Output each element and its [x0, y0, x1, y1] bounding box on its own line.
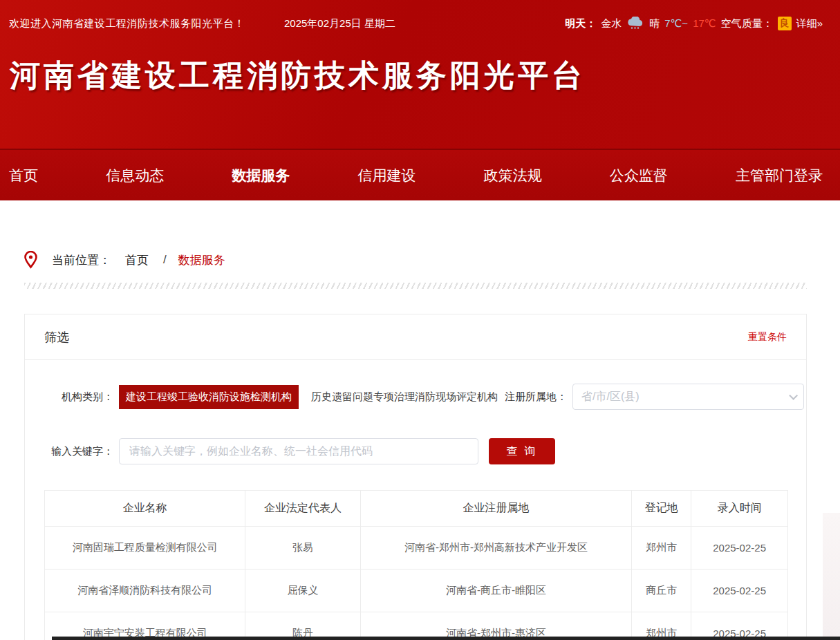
header-company-name: 企业名称 [45, 491, 245, 527]
keyword-filter-row: 输入关键字： 查 询 [44, 438, 787, 464]
weather-detail-link[interactable]: 详细» [796, 17, 823, 30]
location-pin-icon [24, 251, 37, 269]
category-filter-row: 机构类别： 建设工程竣工验收消防设施检测机构 历史遗留问题专项治理消防现场评定机… [44, 384, 787, 410]
region-label: 注册所属地： [505, 390, 567, 404]
cell-registry-city: 商丘市 [632, 570, 691, 612]
nav-item-data-service[interactable]: 数据服务 [232, 166, 290, 185]
filter-title: 筛选 [44, 329, 69, 346]
agency-table: 企业名称 企业法定代表人 企业注册属地 登记地 录入时间 河南固瑞工程质量检测有… [44, 490, 788, 640]
filter-panel: 筛选 重置条件 机构类别： 建设工程竣工验收消防设施检测机构 历史遗留问题专项治… [24, 314, 807, 640]
site-header: 欢迎进入河南省建设工程消防技术服务阳光平台！ 2025年02月25日 星期二 明… [0, 0, 840, 149]
breadcrumb-home-link[interactable]: 首页 [125, 252, 149, 268]
category-label: 机构类别： [44, 390, 113, 404]
right-edge-strip [823, 513, 840, 640]
air-quality-label: 空气质量： [721, 17, 773, 30]
air-quality-badge: 良 [778, 17, 792, 30]
slash-divider [24, 283, 807, 289]
nav-item-supervision[interactable]: 公众监督 [610, 166, 668, 185]
cell-registry-city: 郑州市 [632, 527, 691, 570]
cell-registered-location: 河南省-郑州市-郑州高新技术产业开发区 [360, 527, 631, 570]
cell-legal-rep: 陈丹 [245, 612, 361, 640]
cell-legal-rep: 屈保义 [245, 570, 361, 612]
cell-registered-location: 河南省-商丘市-睢阳区 [360, 570, 631, 612]
reset-filters-link[interactable]: 重置条件 [748, 331, 787, 343]
cell-entry-date: 2025-02-25 [691, 527, 788, 570]
weather-condition: 晴 [649, 17, 660, 30]
category-tab-inspection-agency[interactable]: 建设工程竣工验收消防设施检测机构 [119, 385, 299, 409]
main-content: 当前位置： 首页 / 数据服务 筛选 重置条件 机构类别： 建设工程竣工验收消防… [24, 200, 807, 640]
header-registry-city: 登记地 [632, 491, 691, 527]
cell-entry-date: 2025-02-25 [691, 612, 788, 640]
breadcrumb-label: 当前位置： [52, 252, 111, 268]
nav-item-news[interactable]: 信息动态 [106, 166, 164, 185]
filter-panel-header: 筛选 重置条件 [25, 314, 806, 360]
keyword-label: 输入关键字： [44, 445, 113, 458]
main-nav: 首页 信息动态 数据服务 信用建设 政策法规 公众监督 主管部门登录 [0, 149, 840, 200]
cell-registered-location: 河南省-郑州市-惠济区 [360, 612, 631, 640]
table-row[interactable]: 河南省泽顺消防科技有限公司 屈保义 河南省-商丘市-睢阳区 商丘市 2025-0… [45, 570, 788, 612]
keyword-input[interactable] [119, 438, 478, 464]
nav-item-home[interactable]: 首页 [9, 166, 38, 185]
welcome-text: 欢迎进入河南省建设工程消防技术服务阳光平台！ [9, 17, 245, 30]
temp-high: 17℃ [693, 17, 716, 30]
top-bar: 欢迎进入河南省建设工程消防技术服务阳光平台！ 2025年02月25日 星期二 明… [0, 0, 840, 30]
weather-district: 金水 [601, 17, 622, 30]
category-tab-legacy-assessment-agency[interactable]: 历史遗留问题专项治理消防现场评定机构 [304, 385, 505, 409]
search-button[interactable]: 查 询 [489, 438, 555, 464]
breadcrumb-current: 数据服务 [178, 252, 225, 268]
filter-panel-body: 机构类别： 建设工程竣工验收消防设施检测机构 历史遗留问题专项治理消防现场评定机… [25, 384, 806, 640]
cell-company-name: 河南宇宁安装工程有限公司 [45, 612, 245, 640]
chevron-down-icon [789, 391, 798, 400]
date-text: 2025年02月25日 星期二 [284, 17, 395, 30]
breadcrumb-separator: / [163, 253, 167, 267]
cell-company-name: 河南固瑞工程质量检测有限公司 [45, 527, 245, 570]
cell-company-name: 河南省泽顺消防科技有限公司 [45, 570, 245, 612]
site-title: 河南省建设工程消防技术服务阳光平台 [0, 30, 840, 96]
region-select-placeholder: 省/市/区(县) [581, 390, 640, 404]
temp-low: 7℃~ [664, 17, 688, 30]
cloud-weather-icon [626, 17, 644, 30]
table-row[interactable]: 河南宇宁安装工程有限公司 陈丹 河南省-郑州市-惠济区 郑州市 2025-02-… [45, 612, 788, 640]
nav-item-credit[interactable]: 信用建设 [357, 166, 416, 185]
nav-item-admin-login[interactable]: 主管部门登录 [736, 166, 823, 185]
weather-widget: 明天： 金水 晴 7℃~ 17℃ 空气质量： 良 详细» [565, 17, 823, 30]
header-entry-date: 录入时间 [691, 491, 788, 527]
header-registered-location: 企业注册属地 [360, 491, 631, 527]
bottom-footer-edge [52, 637, 840, 640]
cell-registry-city: 郑州市 [632, 612, 691, 640]
header-legal-rep: 企业法定代表人 [245, 491, 361, 527]
region-select[interactable]: 省/市/区(县) [572, 384, 804, 410]
cell-legal-rep: 张易 [245, 527, 361, 570]
cell-entry-date: 2025-02-25 [691, 570, 788, 612]
table-header-row: 企业名称 企业法定代表人 企业注册属地 登记地 录入时间 [45, 491, 788, 527]
weather-label: 明天： [565, 17, 596, 30]
nav-item-policy[interactable]: 政策法规 [484, 166, 542, 185]
region-filter-group: 注册所属地： 省/市/区(县) [505, 384, 804, 410]
breadcrumb: 当前位置： 首页 / 数据服务 [24, 200, 807, 269]
table-row[interactable]: 河南固瑞工程质量检测有限公司 张易 河南省-郑州市-郑州高新技术产业开发区 郑州… [45, 527, 788, 570]
